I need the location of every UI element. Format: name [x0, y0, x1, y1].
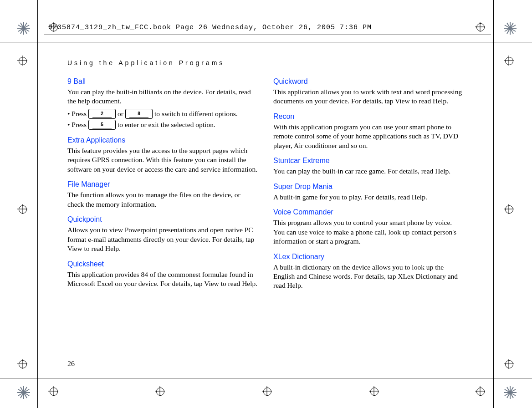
registration-mark-icon — [17, 204, 27, 214]
text-fragment: • Press — [67, 110, 87, 118]
registration-mark-icon — [17, 359, 27, 369]
registration-mark-icon — [369, 386, 379, 396]
burst-icon — [504, 22, 517, 35]
body-text: With this application program you can us… — [273, 122, 464, 150]
body-text: You can play the built-in car race game.… — [273, 167, 464, 176]
registration-mark-icon — [48, 386, 58, 396]
registration-mark-icon — [504, 204, 514, 214]
burst-icon — [17, 22, 30, 35]
body-text: A built-in dictionary on the device allo… — [273, 263, 464, 291]
left-column: 9 Ball You can play the built-in billiar… — [67, 77, 258, 293]
running-head: Using the Application Programs — [67, 59, 464, 66]
heading-voice-commander: Voice Commander — [273, 208, 464, 216]
keycap-2-icon: 2 — [88, 109, 116, 119]
registration-mark-icon — [475, 22, 485, 32]
heading-file-manager: File Manager — [67, 180, 258, 189]
registration-mark-icon — [504, 56, 514, 66]
page-number: 26 — [67, 360, 75, 368]
keycap-8-icon: 8 — [125, 109, 153, 119]
heading-extra-applications: Extra Applications — [67, 136, 258, 144]
body-text: This application allows you to work with… — [273, 87, 464, 106]
bullet-line: • Press 2 or 8 to switch to different op… — [67, 109, 258, 119]
registration-mark-icon — [17, 56, 27, 66]
heading-xlex-dictionary: XLex Dictionary — [273, 253, 464, 261]
body-text: A built-in game for you to play. For det… — [273, 193, 464, 202]
text-fragment: • Press — [67, 121, 87, 129]
heading-quickword: Quickword — [273, 77, 464, 86]
heading-stuntcar-extreme: Stuntcar Extreme — [273, 157, 464, 165]
right-column: Quickword This application allows you to… — [273, 77, 464, 293]
text-fragment: to enter or exit the selected option. — [118, 121, 215, 129]
bullet-line: • Press 5 to enter or exit the selected … — [67, 120, 258, 130]
body-text: This program allows you to control your … — [273, 218, 464, 246]
body-text: You can play the built-in billiards on t… — [67, 87, 258, 106]
heading-super-drop-mania: Super Drop Mania — [273, 183, 464, 191]
keycap-5-icon: 5 — [88, 120, 116, 130]
heading-recon: Recon — [273, 112, 464, 121]
body-text: The function allows you to manage the fi… — [67, 190, 258, 209]
body-text: Allows you to view Powerpoint presentati… — [67, 225, 258, 253]
body-text: This application provides 84 of the comm… — [67, 270, 258, 289]
header-rule — [44, 35, 491, 35]
burst-icon — [17, 386, 30, 399]
burst-icon — [504, 386, 517, 399]
text-fragment: to switch to different options. — [154, 110, 238, 118]
header-text: 9235874_3129_zh_tw_FCC.book Page 26 Wedn… — [48, 24, 372, 31]
registration-mark-icon — [475, 386, 485, 396]
registration-mark-icon — [504, 359, 514, 369]
registration-mark-icon — [262, 386, 272, 396]
heading-quicksheet: Quicksheet — [67, 260, 258, 268]
heading-9-ball: 9 Ball — [67, 77, 258, 86]
registration-mark-icon — [155, 386, 165, 396]
body-text: This feature provides you the access to … — [67, 146, 258, 174]
heading-quickpoint: Quickpoint — [67, 215, 258, 224]
text-fragment: or — [118, 110, 123, 118]
